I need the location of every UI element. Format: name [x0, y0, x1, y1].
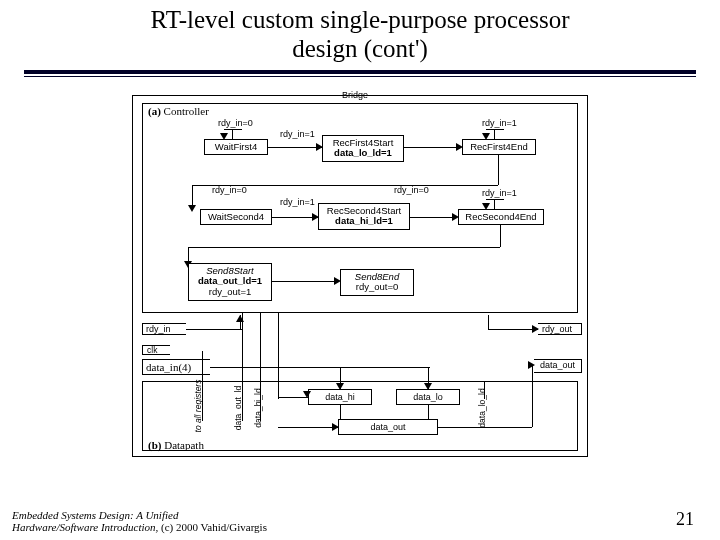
footer-line1: Embedded Systems Design: A Unified	[12, 509, 178, 521]
rule-thick	[24, 70, 696, 74]
edge-rdyin1-a: rdy_in=1	[280, 129, 315, 139]
state-recfirst4end: RecFirst4End	[462, 139, 536, 156]
reg-data-out-label: data_out	[370, 422, 405, 432]
edge-rdyin0-self1: rdy_in=0	[218, 118, 253, 128]
arrow-icon	[316, 143, 323, 151]
arrow-icon	[456, 143, 463, 151]
state-send8start-name: Send8Start	[206, 265, 254, 276]
reg-data-lo: data_lo	[396, 389, 460, 405]
rdyin-label: rdy_in	[146, 324, 171, 334]
state-send8end-act: rdy_out=0	[356, 281, 399, 292]
arrow-icon	[336, 383, 344, 390]
arrow-icon	[188, 205, 196, 212]
edge-rdyin1-c: rdy_in=1	[280, 197, 315, 207]
edge-rdyin1-b: rdy_in=1	[482, 118, 517, 128]
state-recsecond4start-name: RecSecond4Start	[327, 205, 401, 216]
state-send8end: Send8End rdy_out=0	[340, 269, 414, 297]
state-recsecond4end-name: RecSecond4End	[465, 211, 536, 222]
sig-datalold-right: data_lo_ld	[477, 378, 487, 438]
state-waitsecond4-name: WaitSecond4	[208, 211, 264, 222]
controller-caption-text: Controller	[164, 105, 209, 117]
datapath-caption-a: (b)	[148, 439, 161, 451]
state-recsecond4start-act: data_hi_ld=1	[335, 215, 393, 226]
dataout-label: data_out	[540, 360, 575, 370]
reg-data-hi: data_hi	[308, 389, 372, 405]
page-number: 21	[676, 509, 694, 530]
state-send8start-act2: rdy_out=1	[209, 286, 252, 297]
arrow-icon	[482, 203, 490, 210]
arrow-icon	[482, 133, 490, 140]
state-recfirst4start-name: RecFirst4Start	[333, 137, 394, 148]
arrow-icon	[334, 277, 341, 285]
arrow-icon	[220, 133, 228, 140]
arrow-icon	[532, 325, 539, 333]
footer: Embedded Systems Design: A Unified Hardw…	[12, 509, 312, 534]
state-send8start-act1: data_out_ld=1	[198, 275, 262, 286]
diagram-stage: Bridge (a) Controller WaitFirst4 RecFirs…	[132, 91, 588, 461]
reg-data-hi-label: data_hi	[325, 392, 355, 402]
state-recfirst4end-name: RecFirst4End	[470, 141, 528, 152]
state-send8start: Send8Start data_out_ld=1 rdy_out=1	[188, 263, 272, 302]
reg-data-out: data_out	[338, 419, 438, 435]
edge-rdyin0-c: rdy_in=0	[394, 185, 429, 195]
state-recsecond4end: RecSecond4End	[458, 209, 544, 226]
rule-thin	[24, 76, 696, 77]
arrow-icon	[528, 361, 535, 369]
arrow-icon	[312, 213, 319, 221]
edge-rdyin1-d: rdy_in=1	[482, 188, 517, 198]
footer-line2-plain: (c) 2000 Vahid/Givargis	[158, 521, 267, 533]
arrow-icon	[332, 423, 339, 431]
title-line1: RT-level custom single-purpose processor	[150, 6, 569, 33]
controller-caption: (a) Controller	[148, 105, 209, 117]
footer-line2-ital: Hardware/Software Introduction,	[12, 521, 158, 533]
state-waitfirst4-name: WaitFirst4	[215, 141, 257, 152]
sig-datahild: data_hi_ld	[253, 378, 263, 438]
bridge-label: Bridge	[342, 90, 368, 100]
state-waitsecond4: WaitSecond4	[200, 209, 272, 226]
controller-caption-a: (a)	[148, 105, 161, 117]
arrow-icon	[452, 213, 459, 221]
rdyout-label: rdy_out	[542, 324, 572, 334]
state-waitfirst4: WaitFirst4	[204, 139, 268, 156]
title-line2: design (cont')	[292, 35, 428, 62]
state-send8end-name: Send8End	[355, 271, 399, 282]
reg-data-lo-label: data_lo	[413, 392, 443, 402]
state-recsecond4start: RecSecond4Start data_hi_ld=1	[318, 203, 410, 231]
state-recfirst4start-act: data_lo_ld=1	[334, 147, 392, 158]
edge-rdyin0-self2: rdy_in=0	[212, 185, 247, 195]
datain-label: data_in(4)	[146, 361, 191, 373]
state-recfirst4start: RecFirst4Start data_lo_ld=1	[322, 135, 404, 163]
clk-label: clk	[147, 345, 157, 355]
slide-title: RT-level custom single-purpose processor…	[0, 0, 720, 64]
arrow-icon	[424, 383, 432, 390]
